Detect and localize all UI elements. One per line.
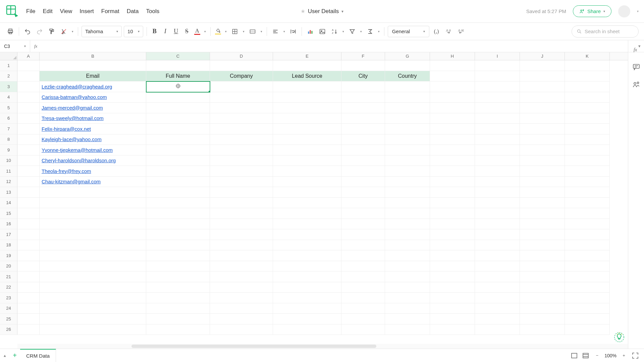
cell-E15[interactable] <box>273 208 341 219</box>
cell-G13[interactable] <box>385 187 430 198</box>
cell-F11[interactable] <box>341 166 385 177</box>
row-header-16[interactable]: 16 <box>0 219 17 230</box>
cell-K4[interactable] <box>565 92 610 103</box>
cell-K3[interactable] <box>565 81 610 92</box>
cell-K7[interactable] <box>565 124 610 134</box>
row-header-12[interactable]: 12 <box>0 177 17 187</box>
cell-D6[interactable] <box>210 113 273 124</box>
cell-D1[interactable] <box>210 60 273 71</box>
cell-K10[interactable] <box>565 156 610 166</box>
cell-E22[interactable] <box>273 282 341 293</box>
cell-G16[interactable] <box>385 219 430 230</box>
cell-C23[interactable] <box>146 293 210 303</box>
cell-K1[interactable] <box>565 60 610 71</box>
cell-F8[interactable] <box>341 134 385 145</box>
cell-I22[interactable] <box>475 282 520 293</box>
cell-C2[interactable]: Full Name <box>146 71 210 82</box>
spreadsheet-grid[interactable]: ABCDEFGHIJK 12EmailFull NameCompanyLead … <box>0 52 628 349</box>
zoom-in-button[interactable]: + <box>620 352 628 360</box>
font-size-select[interactable]: 10▾ <box>124 26 143 37</box>
cell-K22[interactable] <box>565 282 610 293</box>
cell-A8[interactable] <box>17 134 40 145</box>
cell-G22[interactable] <box>385 282 430 293</box>
cell-C22[interactable] <box>146 282 210 293</box>
cell-D18[interactable] <box>210 240 273 251</box>
cell-C12[interactable] <box>146 177 210 187</box>
cell-I12[interactable] <box>475 177 520 187</box>
cell-D16[interactable] <box>210 219 273 230</box>
row-header-9[interactable]: 9 <box>0 145 17 156</box>
cell-B17[interactable] <box>40 229 146 240</box>
sheet-tab[interactable]: CRM Data <box>20 349 56 362</box>
cell-A26[interactable] <box>17 324 40 335</box>
cell-K6[interactable] <box>565 113 610 124</box>
cell-D4[interactable] <box>210 92 273 103</box>
cell-C18[interactable] <box>146 240 210 251</box>
cell-F15[interactable] <box>341 208 385 219</box>
cell-I20[interactable] <box>475 261 520 272</box>
sum-button[interactable] <box>365 26 375 37</box>
cell-H14[interactable] <box>430 198 475 208</box>
cell-I11[interactable] <box>475 166 520 177</box>
cell-I10[interactable] <box>475 156 520 166</box>
column-header-H[interactable]: H <box>430 52 475 60</box>
cell-E23[interactable] <box>273 293 341 303</box>
cell-I5[interactable] <box>475 103 520 113</box>
cell-G5[interactable] <box>385 103 430 113</box>
chevron-down-icon[interactable]: ▾ <box>224 30 228 33</box>
cell-E2[interactable]: Lead Source <box>273 71 341 82</box>
cell-C21[interactable] <box>146 272 210 282</box>
menu-format[interactable]: Format <box>101 8 119 15</box>
cell-A19[interactable] <box>17 250 40 261</box>
cell-H23[interactable] <box>430 293 475 303</box>
row-header-25[interactable]: 25 <box>0 314 17 324</box>
cell-J25[interactable] <box>520 314 565 324</box>
formula-input[interactable] <box>41 40 635 52</box>
cell-F24[interactable] <box>341 303 385 314</box>
cell-H20[interactable] <box>430 261 475 272</box>
cell-D19[interactable] <box>210 250 273 261</box>
italic-button[interactable]: I <box>161 26 170 37</box>
cell-F7[interactable] <box>341 124 385 134</box>
cell-C14[interactable] <box>146 198 210 208</box>
cell-F17[interactable] <box>341 229 385 240</box>
cell-B14[interactable] <box>40 198 146 208</box>
cell-B15[interactable] <box>40 208 146 219</box>
cell-K15[interactable] <box>565 208 610 219</box>
chevron-down-icon[interactable]: ▾ <box>637 9 639 13</box>
cell-C9[interactable] <box>146 145 210 156</box>
email-link[interactable]: Cheryl-haroldson@haroldson.org <box>42 158 116 163</box>
cell-C3[interactable] <box>146 81 210 92</box>
image-button[interactable] <box>317 26 327 37</box>
cell-H25[interactable] <box>430 314 475 324</box>
cell-H22[interactable] <box>430 282 475 293</box>
menu-file[interactable]: File <box>26 8 35 15</box>
row-header-10[interactable]: 10 <box>0 156 17 166</box>
share-panel-icon[interactable] <box>632 80 640 88</box>
cell-K26[interactable] <box>565 324 610 335</box>
cell-A7[interactable] <box>17 124 40 134</box>
row-header-15[interactable]: 15 <box>0 208 17 219</box>
cell-J10[interactable] <box>520 156 565 166</box>
cell-C26[interactable] <box>146 324 210 335</box>
cell-G9[interactable] <box>385 145 430 156</box>
cell-B5[interactable]: James-merced@gmail.com <box>40 103 146 113</box>
cell-D9[interactable] <box>210 145 273 156</box>
chevron-down-icon[interactable]: ▾ <box>242 30 246 33</box>
cell-K5[interactable] <box>565 103 610 113</box>
cell-A3[interactable] <box>17 81 40 92</box>
cell-E5[interactable] <box>273 103 341 113</box>
cell-K11[interactable] <box>565 166 610 177</box>
column-header-I[interactable]: I <box>475 52 520 60</box>
column-header-C[interactable]: C <box>146 52 210 60</box>
menu-data[interactable]: Data <box>127 8 139 15</box>
view-page-icon[interactable] <box>582 352 590 360</box>
cell-J21[interactable] <box>520 272 565 282</box>
cell-K24[interactable] <box>565 303 610 314</box>
fill-color-button[interactable] <box>214 28 222 35</box>
cell-C20[interactable] <box>146 261 210 272</box>
star-icon[interactable]: ★ <box>301 8 305 14</box>
avatar[interactable] <box>618 5 630 17</box>
cell-A23[interactable] <box>17 293 40 303</box>
cell-A4[interactable] <box>17 92 40 103</box>
